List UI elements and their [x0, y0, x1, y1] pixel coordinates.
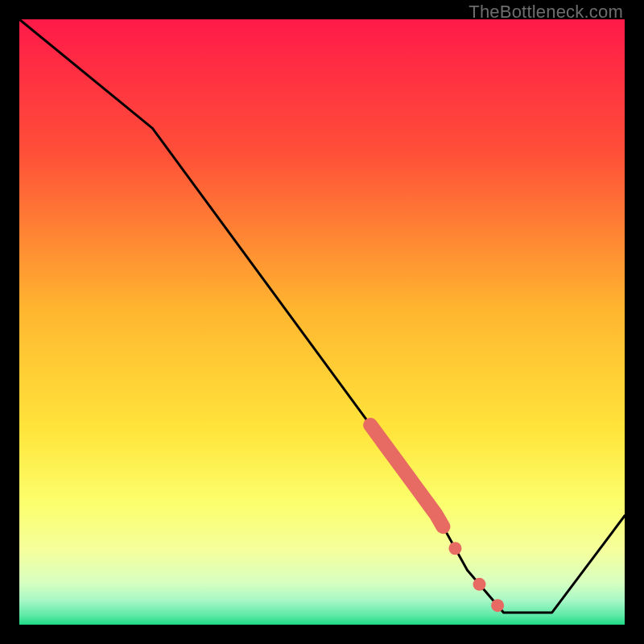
- chart-svg: [19, 19, 625, 625]
- highlight-dot: [473, 578, 486, 591]
- highlight-dot: [448, 542, 461, 555]
- chart-plot-area: [19, 19, 625, 625]
- chart-background-gradient: [19, 19, 625, 625]
- highlight-dot: [491, 599, 504, 612]
